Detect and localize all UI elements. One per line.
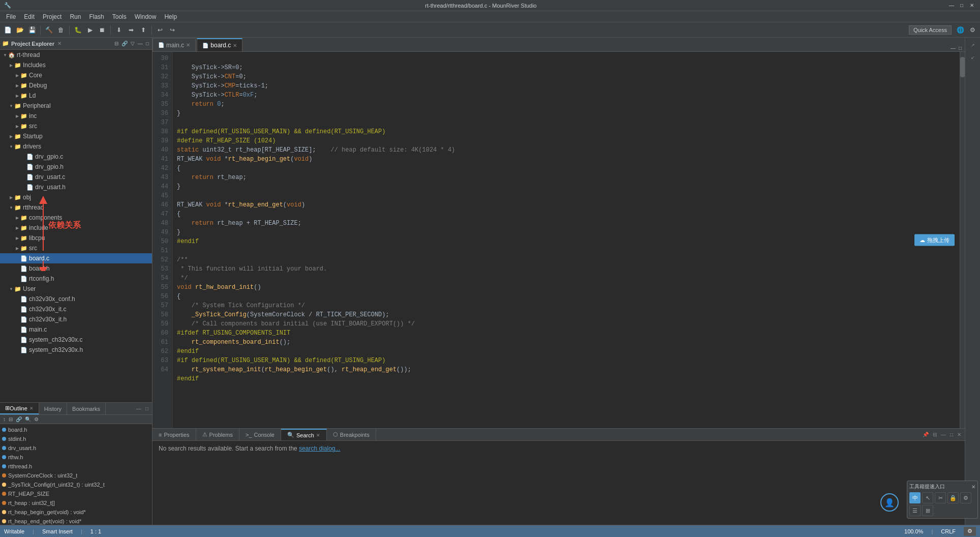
tree-item-src-rtthread[interactable]: ▶ 📁 src (0, 243, 152, 253)
outline-item-stdint-h[interactable]: stdint.h (0, 434, 152, 443)
collapse-all-btn[interactable]: ⊟ (113, 40, 119, 47)
toolbox-icon-zh[interactable]: 中 (909, 492, 921, 503)
tree-item-drv-gpio-h[interactable]: 📄 drv_gpio.h (0, 162, 152, 172)
tree-item-includes[interactable]: ▶ 📁 Includes (0, 60, 152, 70)
outline-item-rt-heap-begin[interactable]: rt_heap_begin_get(void) : void* (0, 508, 152, 517)
build-btn[interactable]: 🔨 (43, 24, 54, 36)
link-with-editor-btn[interactable]: 🔗 (120, 40, 129, 47)
tree-item-ch32-it-c[interactable]: 📄 ch32v30x_it.c (0, 304, 152, 314)
open-btn[interactable]: 📂 (14, 24, 25, 36)
tree-item-ch32-conf[interactable]: 📄 ch32v30x_conf.h (0, 294, 152, 304)
toolbox-icon-cut[interactable]: ✂ (935, 492, 946, 503)
toolbar-icon-1[interactable]: 🌐 (955, 24, 966, 36)
search-close-icon[interactable]: ✕ (316, 433, 320, 438)
undo-btn[interactable]: ↩ (155, 24, 166, 36)
editor-minimize-btn[interactable]: — (950, 45, 957, 51)
tab-history[interactable]: History (39, 403, 67, 414)
bottom-pin-btn[interactable]: 📌 (921, 431, 930, 438)
menu-file[interactable]: File (2, 12, 20, 21)
panel-menu-btn[interactable]: ▽ (130, 40, 136, 47)
tree-item-user[interactable]: ▼ 📁 User (0, 284, 152, 294)
debug-btn[interactable]: 🐛 (72, 24, 83, 36)
step-out-btn[interactable]: ⬆ (138, 24, 149, 36)
tree-item-libcpu[interactable]: ▶ 📁 libcpu (0, 233, 152, 243)
more-btn[interactable]: ⚙ (33, 416, 40, 423)
toolbox-icon-lock[interactable]: 🔒 (947, 492, 959, 503)
bottom-right-icon[interactable]: ⚙ (964, 527, 976, 536)
quick-access-button[interactable]: Quick Access (909, 25, 952, 35)
link-editor-btn[interactable]: 🔗 (15, 416, 23, 423)
menu-window[interactable]: Window (131, 12, 161, 21)
tree-item-ch32-it-h[interactable]: 📄 ch32v30x_it.h (0, 314, 152, 324)
menu-run[interactable]: Run (66, 12, 85, 21)
tab-outline[interactable]: ⊞ Outline ✕ (0, 403, 39, 414)
bottom-close-btn[interactable]: ✕ (956, 431, 963, 438)
code-content[interactable]: SysTick->SR=0; SysTick->CNT=0; SysTick->… (173, 52, 965, 428)
tree-item-src-peripheral[interactable]: ▶ 📁 src (0, 121, 152, 131)
bottom-maximize-btn[interactable]: □ (948, 431, 955, 438)
avatar-btn[interactable]: 👤 (880, 493, 899, 512)
tree-item-system-c[interactable]: 📄 system_ch32v30x.c (0, 335, 152, 345)
toolbox-icon-arrow[interactable]: ↖ (922, 492, 933, 503)
tree-item-obj[interactable]: ▶ 📁 obj (0, 192, 152, 202)
tab-console[interactable]: >_ Console (239, 429, 281, 440)
bottom-copy-btn[interactable]: ⊟ (931, 431, 938, 438)
upload-button[interactable]: ☁ 拖拽上传 (914, 234, 955, 246)
step-into-btn[interactable]: ⬇ (113, 24, 125, 36)
toolbox-icon-list[interactable]: ☰ (909, 505, 921, 516)
close-button[interactable]: ✕ (968, 2, 976, 10)
outline-item-board-h[interactable]: board.h (0, 425, 152, 434)
tab-main-c[interactable]: 📄 main.c ✕ (152, 38, 196, 51)
collapse-btn[interactable]: ⊟ (8, 416, 14, 423)
new-file-btn[interactable]: 📄 (2, 24, 13, 36)
outline-item-rthw-h[interactable]: rthw.h (0, 453, 152, 462)
right-icon-1[interactable]: ↗ (967, 40, 978, 51)
menu-tools[interactable]: Tools (108, 12, 131, 21)
bottom-minimize-btn[interactable]: — (939, 431, 947, 438)
tree-item-drv-gpio-c[interactable]: 📄 drv_gpio.c (0, 152, 152, 162)
tree-item-startup[interactable]: ▶ 📁 Startup (0, 131, 152, 141)
outline-item-rt-heap-size[interactable]: RT_HEAP_SIZE (0, 489, 152, 498)
toolbox-icon-grid[interactable]: ⊞ (922, 505, 933, 516)
tab-properties[interactable]: ≡ Properties (152, 429, 196, 440)
toolbar-icon-2[interactable]: ⚙ (967, 24, 978, 36)
menu-project[interactable]: Project (39, 12, 66, 21)
redo-btn[interactable]: ↪ (167, 24, 178, 36)
vertical-scrollbar[interactable] (960, 52, 965, 428)
outline-item-rt-heap[interactable]: rt_heap : uint32_t[] (0, 498, 152, 508)
outline-minimize-btn[interactable]: — (135, 405, 143, 412)
outline-item-systemcoreclock[interactable]: SystemCoreClock : uint32_t (0, 471, 152, 480)
tree-item-drv-usart-c[interactable]: 📄 drv_usart.c (0, 172, 152, 182)
tree-item-system-h[interactable]: 📄 system_ch32v30x.h (0, 345, 152, 355)
tree-item-root[interactable]: ▼ 🏠 rt-thread (0, 50, 152, 60)
run-btn[interactable]: ▶ (84, 24, 96, 36)
maximize-panel-btn[interactable]: □ (145, 40, 150, 47)
outline-maximize-btn[interactable]: □ (144, 405, 150, 412)
tree-item-board-c[interactable]: 📄 board.c (0, 253, 152, 263)
outline-close-icon[interactable]: ✕ (29, 406, 34, 411)
minimize-button[interactable]: — (947, 2, 956, 10)
code-editor[interactable]: 3031323334 3536373839 4041424344 4546474… (152, 52, 965, 428)
step-over-btn[interactable]: ➡ (126, 24, 137, 36)
tree-item-board-h[interactable]: 📄 board.h (0, 263, 152, 274)
outline-item-rtthread-h[interactable]: rtthread.h (0, 462, 152, 471)
outline-item-drv-usart-h[interactable]: drv_usart.h (0, 443, 152, 453)
menu-flash[interactable]: Flash (85, 12, 108, 21)
tree-item-debug[interactable]: ▶ 📁 Debug (0, 80, 152, 91)
stop-btn[interactable]: ⏹ (97, 24, 108, 36)
save-btn[interactable]: 💾 (26, 24, 38, 36)
tab-problems[interactable]: ⚠ Problems (196, 429, 239, 440)
outline-item-rt-heap-end[interactable]: rt_heap_end_get(void) : void* (0, 517, 152, 525)
menu-help[interactable]: Help (160, 12, 181, 21)
tab-bookmarks[interactable]: Bookmarks (67, 403, 106, 414)
search-dialog-link[interactable]: search dialog... (299, 445, 340, 452)
tab-search[interactable]: 🔍 Search ✕ (281, 429, 327, 440)
tree-item-inc[interactable]: ▶ 📁 inc (0, 111, 152, 121)
tree-item-components[interactable]: ▶ 📁 components (0, 213, 152, 223)
main-c-close[interactable]: ✕ (186, 42, 190, 48)
tab-breakpoints[interactable]: ⬡ Breakpoints (327, 429, 376, 440)
menu-edit[interactable]: Edit (20, 12, 39, 21)
tree-item-rtconfig-h[interactable]: 📄 rtconfig.h (0, 274, 152, 284)
tree-item-include[interactable]: ▶ 📁 include (0, 223, 152, 233)
tree-item-ld[interactable]: ▶ 📁 Ld (0, 91, 152, 101)
